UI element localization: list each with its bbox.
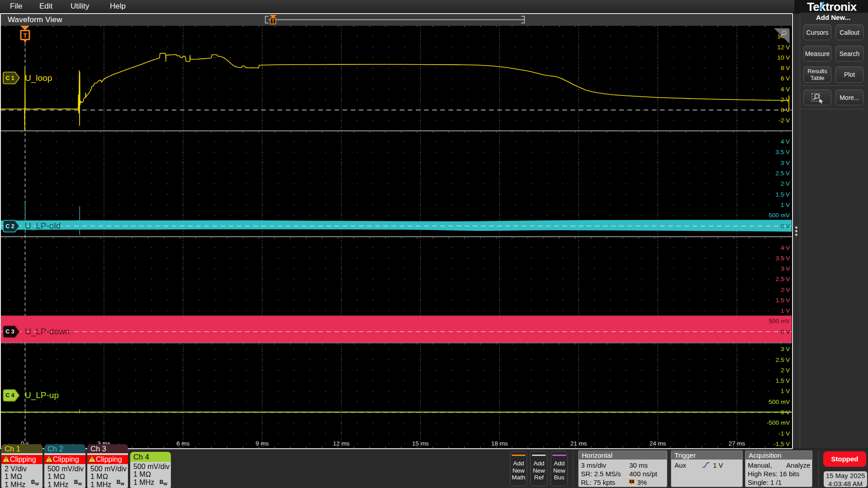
svg-text:-2 V: -2 V xyxy=(778,117,790,124)
svg-text:9 ms: 9 ms xyxy=(255,440,269,447)
svg-text:4 V: 4 V xyxy=(781,138,790,145)
svg-text:3.5 V: 3.5 V xyxy=(775,149,790,155)
svg-text:1.5 V: 1.5 V xyxy=(775,377,790,384)
svg-text:1 V: 1 V xyxy=(781,388,790,394)
svg-text:27 ms: 27 ms xyxy=(729,440,745,447)
svg-text:4 V: 4 V xyxy=(781,86,790,93)
svg-text:24 ms: 24 ms xyxy=(650,440,666,447)
svg-text:2 V: 2 V xyxy=(781,96,790,103)
svg-text:T: T xyxy=(272,19,274,24)
svg-text:T: T xyxy=(631,480,633,483)
svg-text:C 2: C 2 xyxy=(5,223,14,230)
svg-text:0 V: 0 V xyxy=(781,328,790,335)
svg-text:1 V: 1 V xyxy=(781,307,790,314)
svg-text:10 V: 10 V xyxy=(777,54,790,61)
svg-text:2 V: 2 V xyxy=(781,286,790,293)
svg-text:2 V: 2 V xyxy=(781,180,790,187)
svg-text:U_LP-down: U_LP-down xyxy=(25,327,70,337)
svg-text:500 mV: 500 mV xyxy=(769,399,790,405)
svg-text:6 V: 6 V xyxy=(781,75,790,82)
svg-text:6 ms: 6 ms xyxy=(176,440,190,447)
svg-text:-500 mV: -500 mV xyxy=(767,419,790,426)
svg-text:U_LP-up: U_LP-up xyxy=(25,390,59,400)
svg-text:500 mV: 500 mV xyxy=(769,212,790,219)
svg-text:3 V: 3 V xyxy=(781,160,790,166)
svg-text:2.5 V: 2.5 V xyxy=(775,357,790,363)
svg-text:4 V: 4 V xyxy=(781,244,790,251)
svg-text:3 V: 3 V xyxy=(781,265,790,272)
svg-text:21 ms: 21 ms xyxy=(571,440,587,447)
svg-text:3 V: 3 V xyxy=(781,346,790,352)
svg-text:C 1: C 1 xyxy=(5,75,14,81)
svg-text:C 3: C 3 xyxy=(5,328,14,335)
svg-text:1.5 V: 1.5 V xyxy=(775,191,790,198)
svg-text:3.5 V: 3.5 V xyxy=(775,255,790,262)
svg-text:-1.5 V: -1.5 V xyxy=(774,441,790,447)
svg-text:-1 V: -1 V xyxy=(778,430,790,437)
svg-text:12 ms: 12 ms xyxy=(333,440,350,447)
svg-text:8 V: 8 V xyxy=(781,65,790,71)
svg-text:15 ms: 15 ms xyxy=(412,440,429,447)
svg-text:C 4: C 4 xyxy=(5,392,14,399)
svg-text:500 mV: 500 mV xyxy=(769,318,790,324)
svg-text:U_loop: U_loop xyxy=(25,73,52,83)
svg-text:0 V: 0 V xyxy=(781,223,790,230)
svg-text:U_LP-old: U_LP-old xyxy=(25,221,61,231)
svg-text:2.5 V: 2.5 V xyxy=(775,170,790,177)
svg-text:0 V: 0 V xyxy=(781,107,790,113)
svg-text:18 ms: 18 ms xyxy=(491,440,508,447)
svg-text:T: T xyxy=(24,32,27,39)
svg-text:2.5 V: 2.5 V xyxy=(775,276,790,282)
svg-text:12 V: 12 V xyxy=(777,44,790,51)
svg-text:1 V: 1 V xyxy=(781,202,790,208)
svg-text:2 V: 2 V xyxy=(781,367,790,374)
svg-text:1.5 V: 1.5 V xyxy=(775,297,790,304)
